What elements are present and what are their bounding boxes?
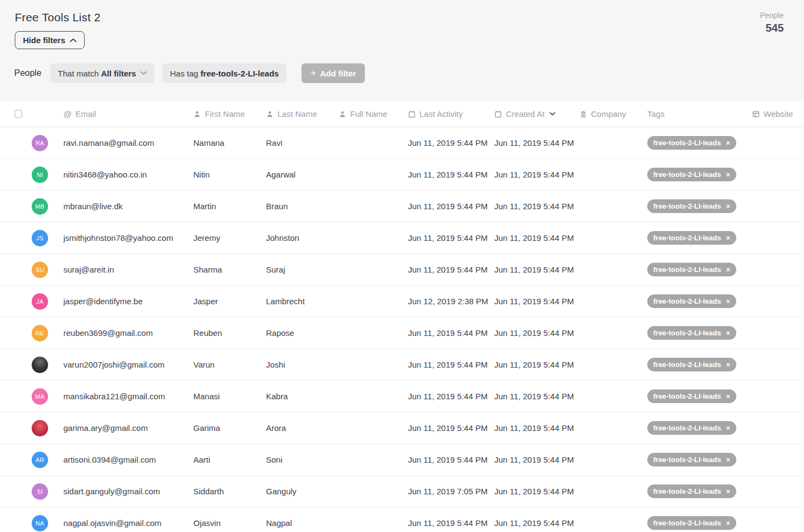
tag-pill-label: free-tools-2-LI-leads [653,234,721,242]
table-body: RAravi.namana@gmail.comNamanaRaviJun 11,… [0,127,804,532]
cell-tags: free-tools-2-LI-leads× [647,516,752,530]
tag-remove-icon[interactable]: × [726,424,730,432]
column-header-email[interactable]: @Email [63,109,193,119]
calendar-icon [494,110,502,118]
tag-remove-icon[interactable]: × [726,456,730,464]
tag-pill-label: free-tools-2-LI-leads [653,360,721,369]
cell-tags: free-tools-2-LI-leads× [647,231,752,245]
tag-pill-label: free-tools-2-LI-leads [653,519,721,527]
tag-pill-label: free-tools-2-LI-leads [653,424,721,432]
select-all-checkbox[interactable] [14,110,22,118]
avatar: RA [32,135,48,151]
cell-created-at: Jun 11, 2019 5:44 PM [494,360,580,369]
tag-pill: free-tools-2-LI-leads× [647,263,736,276]
tag-remove-icon[interactable]: × [726,139,730,147]
cell-last-activity: Jun 11, 2019 5:44 PM [408,392,494,401]
cell-last-activity: Jun 11, 2019 5:44 PM [408,423,494,433]
cell-last-activity: Jun 11, 2019 5:44 PM [408,360,494,369]
table-row[interactable]: JAjasper@identifyme.beJasperLambrechtJun… [0,286,804,317]
tag-pill-label: free-tools-2-LI-leads [653,202,721,210]
tag-remove-icon[interactable]: × [726,265,730,274]
cell-last-name: Ganguly [266,487,339,496]
tag-pill: free-tools-2-LI-leads× [647,199,736,213]
table-row[interactable]: NAnagpal.ojasvin@gmail.comOjasvinNagpalJ… [0,507,804,532]
column-header-created-at[interactable]: Created At [494,109,580,119]
tag-remove-icon[interactable]: × [726,392,730,400]
table-row[interactable]: garima.ary@gmail.comGarimaAroraJun 11, 2… [0,412,804,444]
column-header-first-name[interactable]: First Name [193,109,266,119]
avatar: JS [32,230,48,246]
tag-pill-label: free-tools-2-LI-leads [653,297,721,305]
cell-tags: free-tools-2-LI-leads× [647,484,752,498]
filter-bar: People That match All filters Has tag fr… [14,63,804,83]
tag-pill: free-tools-2-LI-leads× [647,358,736,371]
cell-tags: free-tools-2-LI-leads× [647,199,752,213]
row-avatar-cell [32,420,63,436]
tag-remove-icon[interactable]: × [726,202,730,210]
column-header-label: Created At [506,109,545,119]
cell-created-at: Jun 11, 2019 5:44 PM [494,392,580,401]
table-row[interactable]: MBmbraun@live.dkMartinBraunJun 11, 2019 … [0,191,804,222]
person-icon [339,110,346,118]
tag-filter-chip[interactable]: Has tag free-tools-2-LI-leads [162,63,286,83]
table-row[interactable]: MAmansikabra121@gmail.comManasiKabraJun … [0,381,804,412]
tag-pill: free-tools-2-LI-leads× [647,168,736,181]
cell-first-name: Manasi [193,392,266,401]
cell-email: reuben3699@gmail.com [63,328,193,338]
table-row[interactable]: JSjsmithjohnston78@yahoo.comJeremyJohnst… [0,222,804,254]
tag-remove-icon[interactable]: × [726,297,730,305]
column-header-tags[interactable]: Tags [647,109,752,119]
cell-tags: free-tools-2-LI-leads× [647,263,752,276]
hide-filters-button[interactable]: Hide filters [15,31,85,49]
table-row[interactable]: REreuben3699@gmail.comReubenRaposeJun 11… [0,317,804,349]
avatar: MB [32,198,48,215]
column-header-full-name[interactable]: Full Name [339,109,408,119]
tag-remove-icon[interactable]: × [726,519,730,527]
avatar: RE [32,325,48,341]
table-row[interactable]: NInitin3468@yahoo.co.inNitinAgarwalJun 1… [0,159,804,191]
cell-tags: free-tools-2-LI-leads× [647,453,752,466]
table-row[interactable]: varun2007joshi@gmail.comVarunJoshiJun 11… [0,349,804,381]
match-filter-dropdown[interactable]: That match All filters [50,63,155,83]
cell-created-at: Jun 11, 2019 5:44 PM [494,138,580,147]
tag-filter-prefix: Has tag [170,69,200,78]
chevron-down-icon [549,112,555,116]
add-filter-button[interactable]: + Add filter [302,63,364,83]
chevron-up-icon [70,38,76,43]
tag-pill: free-tools-2-LI-leads× [647,389,736,403]
table-row[interactable]: SUsuraj@areit.inSharmaSurajJun 11, 2019 … [0,254,804,286]
page-title: Free Tools List 2 [15,11,100,24]
cell-email: artisoni.0394@gmail.com [63,455,193,464]
column-header-company[interactable]: Company [580,109,647,119]
tag-pill: free-tools-2-LI-leads× [647,326,736,340]
cell-last-name: Johnston [266,233,339,243]
browser-icon [752,110,760,118]
cell-first-name: Aarti [193,455,266,464]
plus-icon: + [310,68,316,78]
building-icon [580,110,587,118]
tag-pill-label: free-tools-2-LI-leads [653,456,721,464]
cell-email: suraj@areit.in [63,265,193,274]
person-icon [266,110,274,118]
table-row[interactable]: RAravi.namana@gmail.comNamanaRaviJun 11,… [0,127,804,159]
tag-remove-icon[interactable]: × [726,170,730,179]
chevron-down-icon [140,71,147,75]
column-header-last-activity[interactable]: Last Activity [408,109,494,119]
tag-remove-icon[interactable]: × [726,360,730,369]
tag-remove-icon[interactable]: × [726,487,730,495]
table-row[interactable]: SIsidart.ganguly@gmail.comSiddarthGangul… [0,476,804,507]
tag-remove-icon[interactable]: × [726,329,730,337]
tag-remove-icon[interactable]: × [726,234,730,242]
row-avatar-cell: NA [32,515,63,531]
column-header-last-name[interactable]: Last Name [266,109,339,119]
cell-tags: free-tools-2-LI-leads× [647,168,752,181]
match-filter-prefix: That match [58,69,101,78]
cell-created-at: Jun 11, 2019 5:44 PM [494,265,580,274]
table-row[interactable]: ARartisoni.0394@gmail.comAartiSoniJun 11… [0,444,804,476]
column-header-label: Last Activity [419,109,463,119]
cell-last-activity: Jun 11, 2019 5:44 PM [408,455,494,464]
tag-pill-label: free-tools-2-LI-leads [653,392,721,400]
cell-tags: free-tools-2-LI-leads× [647,358,752,371]
cell-last-name: Soni [266,455,339,464]
column-header-website[interactable]: Website [752,109,804,119]
